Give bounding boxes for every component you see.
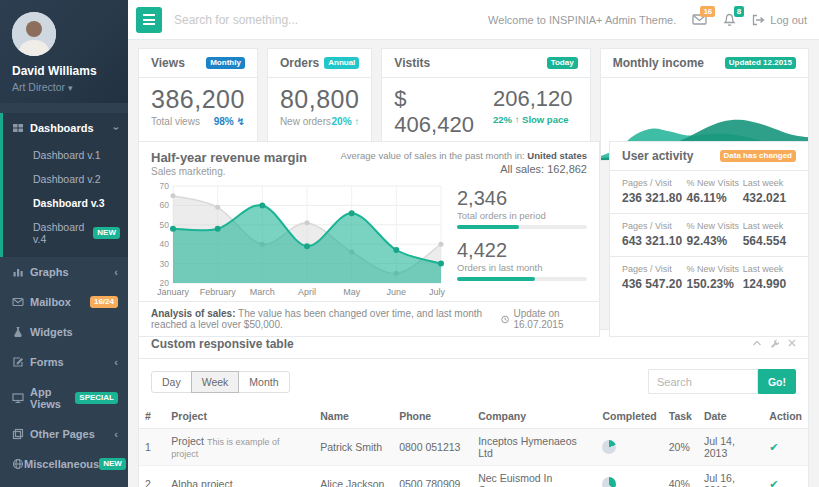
updated-badge: Updated 12.2015	[725, 57, 796, 69]
revenue-panel: Half-year revenue margin Sales marketing…	[138, 141, 600, 337]
panel-title: Custom responsive table	[151, 337, 294, 351]
orders-period-label: Total orders in period	[457, 210, 587, 221]
grid-icon	[12, 122, 30, 134]
bar-chart-icon	[12, 266, 30, 278]
day-button[interactable]: Day	[151, 371, 192, 393]
views-percent: 98% ↯	[214, 116, 245, 127]
top-navbar: Welcome to INSPINIA+ Admin Theme. 16 8 L…	[128, 0, 819, 40]
chevron-left-icon: ‹	[114, 357, 118, 368]
copy-icon	[12, 428, 30, 440]
nav-section-dashboards: Dashboards ‹ Dashboard v.1 Dashboard v.2…	[0, 113, 128, 257]
svg-text:January: January	[157, 287, 190, 297]
sidebar-item-dashboard-v1[interactable]: Dashboard v.1	[3, 143, 128, 167]
orders-month-label: Orders in last month	[457, 262, 587, 273]
profile-block: David Williams Art Director▾	[0, 0, 128, 103]
messages-badge: 16	[700, 6, 715, 17]
check-icon[interactable]: ✔	[769, 478, 778, 487]
sidebar-item-dashboard-v2[interactable]: Dashboard v.2	[3, 167, 128, 191]
sign-out-icon	[752, 14, 765, 26]
dashboards-submenu: Dashboard v.1 Dashboard v.2 Dashboard v.…	[3, 143, 128, 257]
arrow-up-icon: ↑	[515, 114, 520, 125]
visits-right-trend: 22% ↑ Slow pace	[493, 114, 578, 125]
mailbox-badge: 16/24	[90, 296, 118, 308]
avatar[interactable]	[12, 12, 56, 56]
progress-bar	[457, 277, 587, 281]
svg-text:July: July	[429, 287, 446, 297]
view-switcher: Day Week Month	[151, 371, 290, 393]
sidebar-item-dashboard-v4[interactable]: Dashboard v.4NEW	[3, 215, 128, 251]
chevron-left-icon: ‹	[114, 267, 118, 278]
check-icon[interactable]: ✔	[769, 441, 778, 453]
user-name: David Williams	[12, 64, 116, 78]
table-search-input[interactable]	[648, 369, 758, 394]
panel-title: Vistits	[394, 56, 430, 70]
table-header-row: #ProjectNamePhoneCompanyCompletedTaskDat…	[139, 404, 808, 429]
collapse-icon[interactable]	[752, 339, 762, 349]
activity-row: Pages / Visit236 321.80 % New Visits46.1…	[610, 171, 808, 214]
svg-text:June: June	[387, 287, 407, 297]
revenue-title: Half-year revenue margin	[151, 150, 307, 165]
logout-button[interactable]: Log out	[752, 14, 807, 26]
svg-text:50: 50	[160, 220, 170, 230]
panel-title: Views	[151, 56, 185, 70]
svg-text:70: 70	[160, 181, 170, 191]
arrow-up-icon: ↑	[354, 116, 359, 127]
sidebar-item-label: Dashboards	[30, 122, 114, 134]
svg-text:February: February	[200, 287, 237, 297]
flask-icon	[12, 326, 30, 338]
orders-period-value: 2,346	[457, 187, 587, 209]
orders-percent: 20% ↑	[332, 116, 360, 127]
chevron-left-icon: ‹	[114, 429, 118, 440]
sidebar-toggle-button[interactable]	[136, 7, 162, 33]
user-role-dropdown[interactable]: Art Director▾	[12, 81, 116, 93]
svg-text:March: March	[250, 287, 275, 297]
sidebar-item-mailbox[interactable]: Mailbox16/24	[0, 287, 128, 317]
alerts-bell-icon[interactable]: 8	[723, 13, 736, 27]
sidebar-item-app-views[interactable]: App ViewsSPECIAL	[0, 377, 128, 419]
new-badge: NEW	[93, 227, 120, 239]
all-sales-text: All sales: 162,862	[341, 163, 587, 175]
update-info: Update on 16.07.2015	[501, 308, 587, 330]
sidebar-item-graphs[interactable]: Graphs‹	[0, 257, 128, 287]
views-value: 386,200	[151, 86, 245, 114]
user-activity-panel: User activityData has changed Pages / Vi…	[609, 141, 809, 337]
messages-icon[interactable]: 16	[692, 13, 707, 26]
go-button[interactable]: Go!	[758, 369, 796, 394]
close-icon[interactable]	[788, 339, 796, 349]
completed-pie	[602, 440, 616, 454]
sidebar-item-ui-elements[interactable]: UI Elements‹	[0, 479, 128, 487]
sidebar-item-dashboard-v3[interactable]: Dashboard v.3	[3, 191, 128, 215]
revenue-subtitle: Sales marketing.	[151, 166, 307, 177]
panel-title: User activity	[622, 149, 693, 163]
activity-row: Pages / Visit436 547.20 % New Visits150.…	[610, 257, 808, 299]
search-input[interactable]	[174, 13, 488, 27]
sidebar: David Williams Art Director▾ Dashboards …	[0, 0, 128, 487]
week-button[interactable]: Week	[191, 371, 240, 393]
today-badge: Today	[547, 57, 578, 69]
sidebar-item-widgets[interactable]: Widgets	[0, 317, 128, 347]
custom-table-panel: Custom responsive table Day Week Month	[138, 329, 809, 487]
alerts-badge: 8	[734, 6, 744, 17]
analysis-text: Analysis of sales: The value has been ch…	[151, 308, 501, 330]
visits-left-value: $ 406,420	[394, 86, 479, 139]
svg-text:30: 30	[160, 259, 170, 269]
revenue-chart: 203040506070JanuaryFebruaryMarchAprilMay…	[151, 181, 447, 301]
orders-month-value: 4,422	[457, 239, 587, 261]
views-label: Total views	[151, 116, 200, 127]
svg-text:60: 60	[160, 200, 170, 210]
globe-icon	[12, 458, 24, 470]
sidebar-item-miscellaneous[interactable]: MiscellaneousNEW	[0, 449, 128, 479]
table-row: 2 Alpha project Alice Jackson 0500 78090…	[139, 466, 808, 487]
wrench-icon[interactable]	[770, 339, 780, 349]
average-sales-text: Average value of sales in the past month…	[341, 150, 587, 161]
chevron-expanded-icon: ‹	[111, 126, 122, 130]
month-button[interactable]: Month	[238, 371, 289, 393]
sidebar-item-other-pages[interactable]: Other Pages‹	[0, 419, 128, 449]
sidebar-item-forms[interactable]: Forms‹	[0, 347, 128, 377]
svg-text:April: April	[298, 287, 316, 297]
side-nav: Dashboards ‹ Dashboard v.1 Dashboard v.2…	[0, 103, 128, 487]
pencil-icon	[12, 356, 30, 368]
bolt-icon: ↯	[236, 116, 244, 127]
sidebar-item-dashboards[interactable]: Dashboards ‹	[3, 113, 128, 143]
chevron-down-icon: ▾	[68, 83, 73, 93]
